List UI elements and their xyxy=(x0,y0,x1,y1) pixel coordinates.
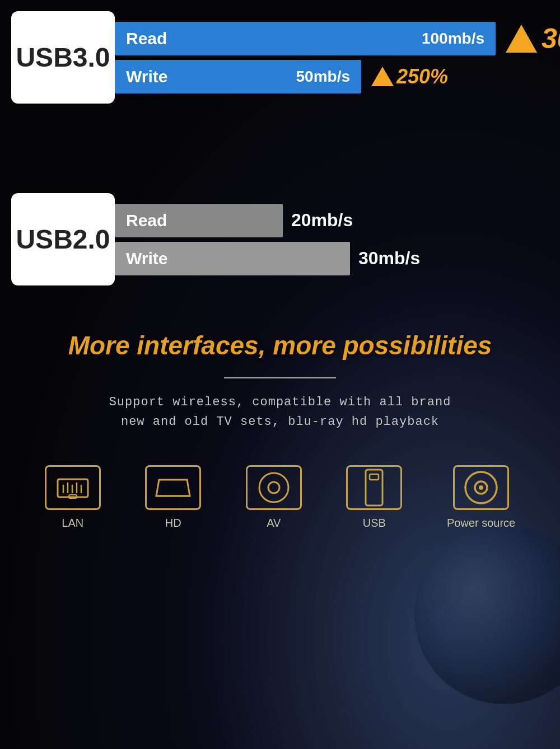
svg-rect-11 xyxy=(366,470,382,505)
usb30-write-row: Write 50mb/s 250% xyxy=(115,60,560,93)
usb30-read-percent: 300% xyxy=(542,22,560,55)
usb30-write-value: 50mb/s xyxy=(296,68,362,86)
hd-icon xyxy=(153,475,193,500)
usb30-read-value: 100mb/s xyxy=(422,30,496,48)
usb30-label: USB3.0 xyxy=(16,42,110,73)
svg-marker-7 xyxy=(156,480,190,496)
support-text-line2: new and old TV sets, blu-ray hd playback xyxy=(22,412,538,432)
usb-port-icon xyxy=(363,469,385,507)
usb30-read-row: Read 100mb/s 300% xyxy=(115,22,560,55)
icon-item-lan: LAN xyxy=(45,465,101,530)
lan-label: LAN xyxy=(62,517,83,530)
power-label: Power source xyxy=(447,517,515,530)
read-arrow-up xyxy=(506,25,537,53)
icon-item-hd: HD xyxy=(145,465,201,530)
svg-rect-12 xyxy=(370,474,379,480)
more-interfaces-section: More interfaces, more possibilities Supp… xyxy=(0,330,560,432)
spacer1 xyxy=(0,104,560,160)
usb-port-label: USB xyxy=(363,517,386,530)
write-arrow-up xyxy=(371,67,394,86)
usb20-write-row: Write 30mb/s xyxy=(115,242,554,275)
av-icon xyxy=(257,471,291,504)
power-icon-box xyxy=(453,465,509,510)
hd-icon-box xyxy=(145,465,201,510)
svg-point-10 xyxy=(268,482,279,493)
icon-item-av: AV xyxy=(246,465,302,530)
usb20-label-box: USB2.0 xyxy=(11,193,115,285)
usb30-write-bar: Write 50mb/s xyxy=(115,60,361,93)
more-title: More interfaces, more possibilities xyxy=(22,330,538,361)
support-text-line1: Support wireless, compatible with all br… xyxy=(22,392,538,412)
svg-point-9 xyxy=(259,473,288,502)
icons-section: LAN HD AV xyxy=(0,465,560,552)
usb30-write-label: Write xyxy=(126,67,167,86)
icon-item-usb: USB xyxy=(346,465,402,530)
usb20-read-label: Read xyxy=(126,211,167,230)
hd-label: HD xyxy=(165,517,181,530)
svg-point-15 xyxy=(479,485,483,490)
usb30-write-percent: 250% xyxy=(396,65,448,88)
usb30-read-label: Read xyxy=(126,29,167,48)
usb30-section: USB3.0 Read 100mb/s 300% Write xyxy=(0,0,560,104)
av-label: AV xyxy=(267,517,281,530)
usb20-write-value: 30mb/s xyxy=(358,248,420,269)
usb20-write-label: Write xyxy=(126,249,167,268)
av-icon-box xyxy=(246,465,302,510)
lan-icon xyxy=(53,474,92,502)
usb30-read-bar: Read 100mb/s xyxy=(115,22,496,55)
divider xyxy=(224,377,336,378)
usb30-label-box: USB3.0 xyxy=(11,11,115,104)
usb20-section: USB2.0 Read 20mb/s Write 30mb/s xyxy=(0,193,560,285)
usb20-read-row: Read 20mb/s xyxy=(115,204,554,237)
usb20-label: USB2.0 xyxy=(16,224,110,255)
lan-icon-box xyxy=(45,465,101,510)
usb20-write-bar: Write xyxy=(115,242,350,275)
page-container: USB3.0 Read 100mb/s 300% Write xyxy=(0,0,560,552)
usb20-read-value: 20mb/s xyxy=(291,210,353,231)
icon-item-power: Power source xyxy=(447,465,515,530)
usb-icon-box xyxy=(346,465,402,510)
usb20-read-bar: Read xyxy=(115,204,283,237)
power-icon xyxy=(463,470,500,506)
support-text: Support wireless, compatible with all br… xyxy=(22,392,538,432)
